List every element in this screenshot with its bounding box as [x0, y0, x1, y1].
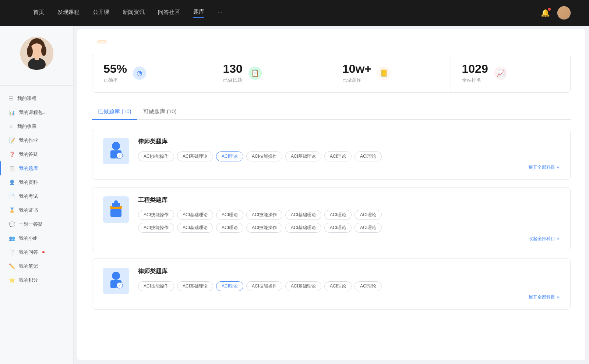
stat-text-3: 1029 全站排名 [462, 63, 488, 83]
navbar-link-问答社区[interactable]: 问答社区 [158, 9, 180, 17]
user-avatar[interactable] [557, 6, 571, 19]
sidebar-icon-11: ❔ [9, 249, 15, 255]
sidebar-label-1: 我的课程包... [19, 109, 47, 116]
svg-point-14 [114, 200, 118, 204]
bank-tag-2-1[interactable]: ACI基础理论 [177, 281, 213, 291]
sidebar-icon-8: 🏅 [9, 207, 15, 213]
sidebar-icon-1: 📊 [9, 110, 15, 115]
notification-dot [548, 8, 551, 11]
bank-tag-1-6[interactable]: ACI理论 [355, 210, 382, 220]
sidebar-label-11: 我的问答 [19, 249, 38, 256]
sidebar-item-7[interactable]: 📄 我的考试 [0, 189, 73, 203]
bank-tag-0-3[interactable]: ACI技能操作 [246, 151, 282, 161]
bank-tag-1-r2-5[interactable]: ACI理论 [324, 223, 352, 233]
sidebar-icon-6: 👤 [9, 179, 15, 185]
navbar-link-···[interactable]: ··· [218, 9, 222, 17]
bank-tag-1-5[interactable]: ACI理论 [324, 210, 352, 220]
bank-tag-1-4[interactable]: ACI基础理论 [285, 210, 321, 220]
stat-icon-0: ◔ [133, 67, 146, 80]
sidebar-label-13: 我的积分 [19, 277, 38, 283]
sidebar-item-1[interactable]: 📊 我的课程包... [0, 106, 73, 119]
tab-1[interactable]: 可做题库 (10) [137, 104, 183, 120]
avatar-image [557, 6, 571, 19]
avatar-svg [20, 37, 53, 70]
bank-tag-1-3[interactable]: ACI技能操作 [246, 210, 282, 220]
navbar-right: 🔔 [533, 6, 578, 19]
bank-tag-1-r2-1[interactable]: ACI基础理论 [177, 223, 213, 233]
bank-tag-2-6[interactable]: ACI理论 [355, 281, 382, 291]
menu-dot-11 [42, 251, 45, 253]
stat-value-3: 1029 [462, 63, 488, 75]
sidebar-item-4[interactable]: ❓ 我的答疑 [0, 147, 73, 161]
navbar-link-题库[interactable]: 题库 [193, 8, 204, 18]
sidebar-item-0[interactable]: ☰ 我的课程 [0, 92, 73, 106]
sidebar-label-10: 我的小组 [19, 235, 38, 242]
bank-tag-1-r2-3[interactable]: ACI技能操作 [246, 223, 282, 233]
page-wrapper: ☰ 我的课程 📊 我的课程包... ☆ 我的收藏 📝 我的作业 ❓ 我的答疑 📋… [0, 26, 589, 364]
bank-tag-0-2[interactable]: ACI理论 [216, 151, 243, 161]
engineer-icon-svg [107, 199, 125, 220]
sidebar-item-9[interactable]: 💬 一对一答疑 [0, 217, 73, 231]
bank-expand-2[interactable]: 展开全部科目 ∨ [138, 294, 560, 300]
trial-badge [97, 40, 107, 43]
bank-expand-1[interactable]: 收起全部科目 ∧ [138, 236, 560, 242]
bank-title-0: 律师类题库 [138, 138, 560, 146]
bank-tag-1-r2-0[interactable]: ACI技能操作 [138, 223, 174, 233]
bank-card-2: ✓ ✓ 律师类题库 ACI技能操作ACI基础理论ACI理论ACI技能操作ACI基… [92, 258, 571, 310]
sidebar-icon-0: ☰ [9, 96, 14, 101]
sidebar-item-5[interactable]: 📋 我的题库 [0, 161, 73, 175]
bank-tag-0-5[interactable]: ACI理论 [324, 151, 352, 161]
svg-text:✓: ✓ [114, 286, 117, 290]
sidebar-label-9: 一对一答疑 [19, 221, 43, 228]
bank-tag-1-r2-4[interactable]: ACI基础理论 [285, 223, 321, 233]
sidebar-item-2[interactable]: ☆ 我的收藏 [0, 119, 73, 133]
bank-tag-2-3[interactable]: ACI技能操作 [246, 281, 282, 291]
navbar-link-首页[interactable]: 首页 [33, 9, 44, 17]
navbar-link-公开课[interactable]: 公开课 [93, 9, 109, 17]
sidebar-item-3[interactable]: 📝 我的作业 [0, 133, 73, 147]
page-header [92, 40, 571, 43]
bank-tag-2-2[interactable]: ACI理论 [216, 281, 243, 291]
bank-tag-1-1[interactable]: ACI基础理论 [177, 210, 213, 220]
sidebar-item-10[interactable]: 👥 我的小组 [0, 231, 73, 245]
navbar-link-新闻资讯[interactable]: 新闻资讯 [123, 9, 145, 17]
sidebar-item-12[interactable]: ✏️ 我的笔记 [0, 259, 73, 273]
stat-icon-3: 📈 [494, 67, 507, 80]
bank-tag-0-1[interactable]: ACI基础理论 [177, 151, 213, 161]
bank-tag-0-6[interactable]: ACI理论 [355, 151, 382, 161]
bank-card-0: ✓ ✓ 律师类题库 ACI技能操作ACI基础理论ACI理论ACI技能操作ACI基… [92, 129, 571, 180]
navbar-link-发现课程[interactable]: 发现课程 [57, 9, 80, 17]
bank-tag-0-4[interactable]: ACI基础理论 [285, 151, 321, 161]
main-content: 55% 正确率 ◔ 130 已做试题 📋 10w+ 已做题库 📒 1029 全站… [77, 29, 585, 360]
sidebar-label-5: 我的题库 [19, 165, 38, 172]
bank-body-0: 律师类题库 ACI技能操作ACI基础理论ACI理论ACI技能操作ACI基础理论A… [138, 138, 560, 171]
bank-tag-0-0[interactable]: ACI技能操作 [138, 151, 174, 161]
bank-tag-2-5[interactable]: ACI理论 [324, 281, 352, 291]
sidebar-icon-10: 👥 [9, 235, 15, 241]
sidebar-icon-4: ❓ [9, 151, 15, 157]
bank-expand-0[interactable]: 展开全部科目 ∨ [138, 164, 560, 171]
notification-bell[interactable]: 🔔 [541, 8, 550, 17]
svg-rect-6 [35, 57, 39, 60]
bank-cards-container: ✓ ✓ 律师类题库 ACI技能操作ACI基础理论ACI理论ACI技能操作ACI基… [92, 129, 571, 310]
navbar: 首页发现课程公开课新闻资讯问答社区题库··· 🔔 [0, 0, 589, 26]
bank-tag-2-0[interactable]: ACI技能操作 [138, 281, 174, 291]
tab-0[interactable]: 已做题库 (10) [92, 104, 137, 120]
svg-text:✓: ✓ [118, 283, 121, 288]
bank-title-2: 律师类题库 [138, 268, 560, 275]
sidebar-item-6[interactable]: 👤 我的资料 [0, 175, 73, 189]
bank-icon-0: ✓ ✓ [103, 138, 129, 164]
stat-text-2: 10w+ 已做题库 [342, 63, 371, 83]
bank-tag-2-4[interactable]: ACI基础理论 [285, 281, 321, 291]
bank-tag-1-0[interactable]: ACI技能操作 [138, 210, 174, 220]
bank-title-1: 工程类题库 [138, 196, 560, 204]
sidebar-item-8[interactable]: 🏅 我的证书 [0, 203, 73, 217]
sidebar-icon-9: 💬 [9, 221, 15, 227]
sidebar-item-11[interactable]: ❔ 我的问答 [0, 245, 73, 259]
bank-tags-row1-2: ACI技能操作ACI基础理论ACI理论ACI技能操作ACI基础理论ACI理论AC… [138, 281, 560, 291]
bank-tag-1-2[interactable]: ACI理论 [216, 210, 243, 220]
bank-tag-1-r2-2[interactable]: ACI理论 [216, 223, 243, 233]
bank-tags-row1-0: ACI技能操作ACI基础理论ACI理论ACI技能操作ACI基础理论ACI理论AC… [138, 151, 560, 161]
bank-tag-1-r2-6[interactable]: ACI理论 [355, 223, 382, 233]
sidebar-item-13[interactable]: ⭐ 我的积分 [0, 273, 73, 287]
